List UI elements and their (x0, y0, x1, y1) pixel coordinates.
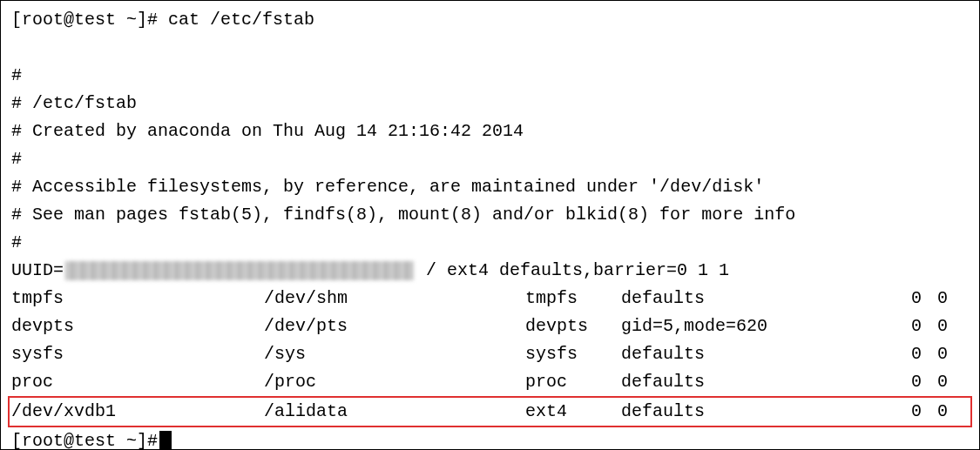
table-row: tmpfs /dev/shm tmpfs defaults 0 0 (11, 285, 969, 312)
fs-mount: /proc (264, 368, 525, 396)
fs-dump: 0 (891, 368, 922, 396)
fs-opts: defaults (621, 368, 891, 396)
command-text: cat /etc/fstab (168, 10, 314, 30)
prompt-line-1: [root@test ~]# cat /etc/fstab (11, 6, 969, 34)
fs-device: proc (11, 368, 264, 396)
fs-mount: /dev/pts (264, 312, 525, 340)
fs-opts: gid=5,mode=620 (621, 312, 891, 340)
table-row: proc /proc proc defaults 0 0 (11, 368, 969, 396)
fs-type: tmpfs (525, 285, 621, 312)
comment-line: # Created by anaconda on Thu Aug 14 21:1… (11, 118, 969, 145)
fs-opts: defaults (621, 398, 891, 426)
uuid-prefix: UUID= (11, 257, 64, 285)
fs-dump: 0 (891, 285, 922, 312)
fs-mount: /dev/shm (264, 285, 525, 312)
fs-type: sysfs (525, 340, 621, 368)
fs-pass: 0 (922, 398, 948, 426)
fs-dump: 0 (891, 312, 922, 340)
fs-type: ext4 (525, 398, 621, 426)
comment-line: # (11, 145, 969, 173)
comment-line: # (11, 62, 969, 90)
comment-line: # See man pages fstab(5), findfs(8), mou… (11, 201, 969, 229)
uuid-suffix: / ext4 defaults,barrier=0 1 1 (416, 257, 729, 285)
fs-pass: 0 (922, 340, 948, 368)
prompt-line-2[interactable]: [root@test ~]# (11, 427, 969, 450)
comment-line: # /etc/fstab (11, 90, 969, 118)
fs-type: proc (525, 368, 621, 396)
fs-device: tmpfs (11, 285, 264, 312)
table-row: sysfs /sys sysfs defaults 0 0 (11, 340, 969, 368)
highlighted-row: /dev/xvdb1 /alidata ext4 defaults 0 0 (8, 396, 972, 427)
fs-dump: 0 (891, 340, 922, 368)
blank-line (11, 34, 969, 62)
shell-prompt: [root@test ~]# (11, 427, 158, 450)
fs-pass: 0 (922, 368, 948, 396)
uuid-row: UUID= / ext4 defaults,barrier=0 1 1 (11, 257, 969, 285)
shell-prompt: [root@test ~]# (11, 10, 168, 30)
table-row: devpts /dev/pts devpts gid=5,mode=620 0 … (11, 312, 969, 340)
fs-mount: /sys (264, 340, 525, 368)
fs-pass: 0 (922, 312, 948, 340)
fs-type: devpts (525, 312, 621, 340)
fs-opts: defaults (621, 340, 891, 368)
comment-line: # Accessible filesystems, by reference, … (11, 173, 969, 201)
fs-device: /dev/xvdb1 (11, 398, 264, 426)
fs-dump: 0 (891, 398, 922, 426)
fs-device: sysfs (11, 340, 264, 368)
cursor-icon (159, 431, 172, 450)
fs-mount: /alidata (264, 398, 525, 426)
comment-line: # (11, 229, 969, 257)
uuid-redacted (65, 261, 414, 280)
fs-device: devpts (11, 312, 264, 340)
fs-opts: defaults (621, 285, 891, 312)
fs-pass: 0 (922, 285, 948, 312)
